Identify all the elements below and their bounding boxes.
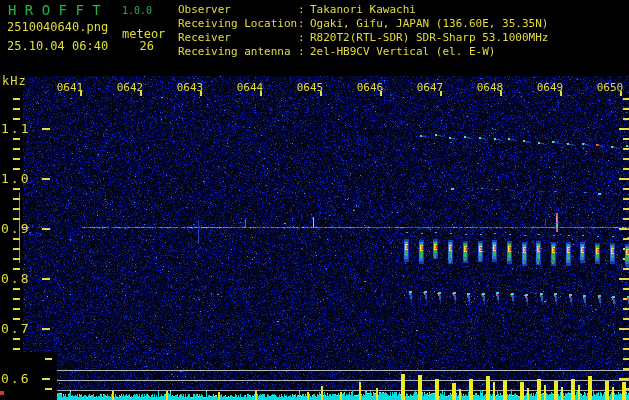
time-tick-label-0646: 0646	[357, 81, 384, 94]
time-tick-label-0648: 0648	[477, 81, 504, 94]
app-title: H R O F F T	[8, 2, 101, 18]
meteor-count: 26	[126, 39, 154, 53]
info-label-observer: Observer	[178, 3, 298, 16]
info-separator: :	[298, 3, 310, 16]
info-separator: :	[298, 31, 310, 44]
info-separator: :	[298, 17, 310, 30]
time-tick-label-0650: 0650	[597, 81, 624, 94]
info-label-receiving-location: Receiving Location	[178, 17, 298, 30]
info-value-receiving-antenna: 2el-HB9CV Vertical (el. E-W)	[310, 45, 495, 58]
observation-datetime: 25.10.04 06:40	[7, 39, 108, 53]
info-value-observer: Takanori Kawachi	[310, 3, 416, 16]
info-separator: :	[298, 45, 310, 58]
freq-axis-unit-label: kHz	[2, 74, 27, 88]
hrofft-screen: H R O F F T 1.0.0 2510040640.png meteor …	[0, 0, 629, 400]
freq-tick-label-0.8: 0.8	[1, 271, 41, 286]
info-value-receiving-location: Ogaki, Gifu, JAPAN (136.60E, 35.35N)	[310, 17, 548, 30]
output-filename: 2510040640.png	[7, 20, 108, 34]
freq-tick-label-1.1: 1.1	[1, 121, 41, 136]
freq-tick-label-0.9: 0.9	[1, 221, 41, 236]
info-value-receiver: R820T2(RTL-SDR) SDR-Sharp 53.1000MHz	[310, 31, 548, 44]
app-version: 1.0.0	[122, 5, 152, 16]
info-row-observer: Observer:Takanori Kawachi	[178, 3, 416, 16]
time-tick-label-0641: 0641	[57, 81, 84, 94]
time-tick-label-0644: 0644	[237, 81, 264, 94]
freq-tick-label-0.6: 0.6	[1, 371, 41, 386]
spectrogram-canvas	[0, 0, 629, 400]
freq-tick-label-1.0: 1.0	[1, 171, 41, 186]
info-row-receiving-location: Receiving Location:Ogaki, Gifu, JAPAN (1…	[178, 17, 548, 30]
info-label-receiving-antenna: Receiving antenna	[178, 45, 298, 58]
info-row-receiver: Receiver:R820T2(RTL-SDR) SDR-Sharp 53.10…	[178, 31, 548, 44]
time-tick-label-0643: 0643	[177, 81, 204, 94]
time-tick-label-0642: 0642	[117, 81, 144, 94]
freq-tick-label-0.7: 0.7	[1, 321, 41, 336]
time-tick-label-0647: 0647	[417, 81, 444, 94]
time-tick-label-0645: 0645	[297, 81, 324, 94]
info-row-receiving-antenna: Receiving antenna:2el-HB9CV Vertical (el…	[178, 45, 495, 58]
info-label-receiver: Receiver	[178, 31, 298, 44]
time-tick-label-0649: 0649	[537, 81, 564, 94]
